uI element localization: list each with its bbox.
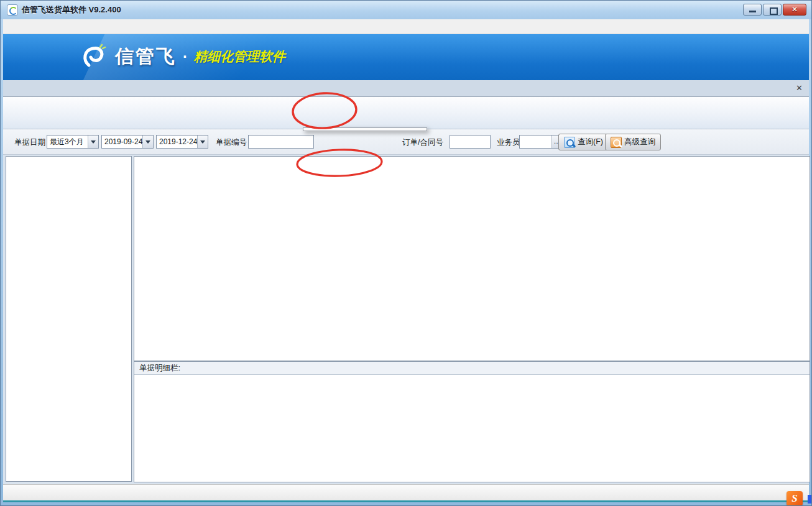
detail-panel: 单据明细栏:	[134, 361, 810, 482]
detail-panel-label: 单据明细栏:	[134, 362, 810, 375]
minimize-button[interactable]	[743, 4, 762, 16]
query-button-label: 查询(F)	[578, 137, 603, 147]
title-bar[interactable]: 信管飞送货单软件 V9.2.400	[1, 1, 811, 19]
filter-tree	[6, 156, 132, 482]
brand-name: 信管飞	[115, 44, 177, 70]
restore-button[interactable]	[763, 4, 782, 16]
brand-dot: ·	[183, 48, 188, 65]
search-icon	[564, 137, 575, 148]
menu-bar	[3, 19, 809, 34]
brand: 信管飞 · 精细化管理软件	[78, 43, 285, 70]
date-from-select[interactable]: 2019-09-24	[101, 135, 154, 149]
workspace: 单据明细栏:	[3, 155, 809, 484]
document-operations-menu	[303, 127, 427, 131]
date-range-value: 最近3个月	[47, 136, 88, 148]
brand-slogan: 精细化管理软件	[194, 48, 285, 65]
delivery-order-grid[interactable]	[134, 156, 810, 361]
banner: 信管飞 · 精细化管理软件	[3, 34, 809, 80]
date-filter-label: 单据日期	[14, 137, 45, 148]
close-button[interactable]	[783, 4, 806, 16]
date-from-value: 2019-09-24	[102, 136, 142, 148]
filter-bar: 单据日期 最近3个月 2019-09-24 2019-12-24 单据编号 订单…	[3, 129, 809, 155]
tab-bar: ✕	[3, 80, 809, 97]
order-no-label: 订单/合同号	[402, 137, 443, 148]
window-title: 信管飞送货单软件 V9.2.400	[22, 4, 121, 16]
app-window: 信管飞送货单软件 V9.2.400 信管飞 · 精细化管理软件 ✕ 单据日期 最…	[0, 0, 812, 506]
bill-no-input[interactable]	[248, 135, 314, 149]
detail-grid[interactable]	[134, 375, 810, 482]
salesman-label: 业务员	[497, 137, 520, 148]
date-range-select[interactable]: 最近3个月	[47, 135, 99, 149]
app-logo-icon	[7, 4, 18, 16]
advanced-query-button[interactable]: 高级查询	[605, 134, 661, 150]
chevron-down-icon[interactable]	[197, 136, 208, 148]
brand-logo-icon	[78, 43, 109, 70]
window-controls	[743, 4, 806, 16]
date-to-value: 2019-12-24	[157, 136, 197, 148]
screenshot-watermark-icon: S	[787, 491, 803, 506]
salesman-field: …	[519, 135, 563, 149]
chevron-down-icon[interactable]	[142, 136, 153, 148]
status-bar	[3, 484, 809, 502]
date-to-select[interactable]: 2019-12-24	[156, 135, 208, 149]
order-no-input[interactable]	[450, 135, 491, 149]
bill-no-label: 单据编号	[216, 137, 247, 148]
query-button[interactable]: 查询(F)	[558, 134, 609, 150]
tabbar-close-icon[interactable]: ✕	[796, 83, 803, 93]
advanced-search-icon	[611, 137, 622, 148]
toolbar	[3, 97, 809, 129]
corner-chip	[808, 495, 812, 504]
salesman-input[interactable]	[520, 136, 551, 148]
advanced-query-button-label: 高级查询	[624, 137, 655, 147]
chevron-down-icon[interactable]	[88, 136, 98, 148]
